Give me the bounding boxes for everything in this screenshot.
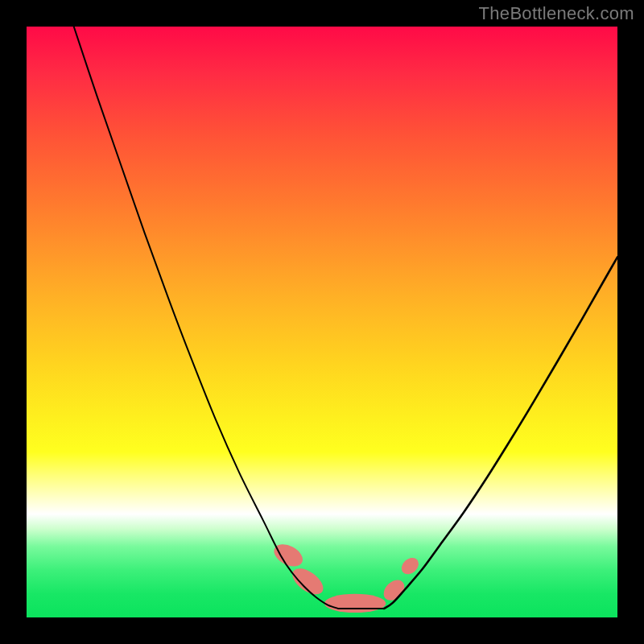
chart-frame: TheBottleneck.com: [0, 0, 644, 644]
watermark-text: TheBottleneck.com: [479, 3, 634, 24]
series-left-curve: [74, 27, 339, 609]
bottleneck-curve: [74, 27, 617, 609]
accent-blob-left-lower: [288, 564, 328, 600]
accent-annotations: [270, 540, 422, 613]
series-right-curve: [384, 257, 617, 609]
chart-svg: [27, 27, 617, 617]
accent-blob-floor: [324, 594, 386, 613]
chart-plot-area: [27, 27, 617, 617]
